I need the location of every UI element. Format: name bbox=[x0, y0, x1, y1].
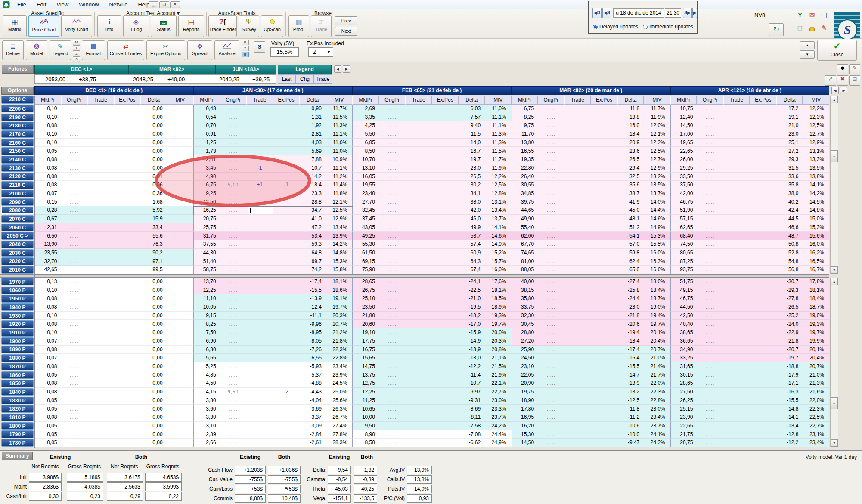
strike-label[interactable]: 2150 C bbox=[1, 147, 34, 155]
matrix-cell[interactable]: ..... bbox=[379, 346, 406, 354]
matrix-cell[interactable]: 34,90 bbox=[670, 346, 697, 354]
matrix-cell[interactable]: 18,6% bbox=[326, 286, 353, 295]
chart-tool-button[interactable]: ✖ bbox=[837, 75, 848, 86]
print-icon[interactable]: ⊟ bbox=[795, 24, 805, 32]
matrix-cell[interactable]: -3,37 bbox=[299, 413, 326, 422]
matrix-cell[interactable] bbox=[405, 232, 432, 241]
matrix-cell[interactable]: -11,2 bbox=[617, 413, 644, 422]
matrix-cell[interactable] bbox=[167, 121, 194, 130]
snapshot-button[interactable]: ☻ bbox=[837, 64, 848, 74]
matrix-cell[interactable]: 90,2 bbox=[140, 249, 167, 257]
matrix-cell[interactable]: 24,50 bbox=[512, 354, 538, 362]
matrix-cell[interactable] bbox=[87, 130, 114, 139]
matrix-cell[interactable]: 0,10 bbox=[34, 139, 61, 147]
strike-label[interactable]: 1890 P bbox=[1, 346, 34, 353]
matrix-cell[interactable] bbox=[87, 215, 114, 223]
spread-button[interactable]: ✥Spread bbox=[187, 40, 212, 60]
matrix-cell[interactable] bbox=[87, 379, 114, 388]
matrix-cell[interactable]: -8,05 bbox=[299, 337, 326, 346]
matrix-cell[interactable] bbox=[246, 303, 273, 312]
matrix-cell[interactable]: 13,70 bbox=[193, 278, 220, 286]
matrix-cell[interactable] bbox=[405, 240, 432, 249]
matrix-cell[interactable] bbox=[564, 113, 591, 122]
matrix-cell[interactable] bbox=[167, 113, 194, 122]
matrix-cell[interactable] bbox=[723, 294, 750, 303]
matrix-cell[interactable] bbox=[723, 147, 750, 156]
matrix-cell[interactable]: 22,8% bbox=[326, 354, 353, 362]
matrix-cell[interactable]: 0,07 bbox=[34, 354, 61, 362]
matrix-cell[interactable]: 25,75 bbox=[193, 223, 220, 232]
month-header-dec[interactable]: DEC <1> (19 de dic de ) bbox=[34, 86, 193, 95]
matrix-cell[interactable] bbox=[432, 215, 459, 223]
matrix-cell[interactable]: 10,7 bbox=[299, 164, 326, 173]
matrix-cell[interactable]: -9,96 bbox=[299, 320, 326, 329]
matrix-cell[interactable]: -22,5 bbox=[459, 286, 485, 295]
matrix-cell[interactable] bbox=[432, 439, 459, 447]
matrix-cell[interactable] bbox=[114, 121, 141, 130]
matrix-cell[interactable]: ..... bbox=[538, 396, 564, 405]
matrix-cell[interactable] bbox=[564, 121, 591, 130]
matrix-cell[interactable]: 39,75 bbox=[512, 198, 538, 207]
matrix-cell[interactable] bbox=[246, 232, 273, 241]
matrix-cell[interactable]: ..... bbox=[379, 422, 406, 430]
matrix-cell[interactable] bbox=[564, 346, 591, 354]
matrix-cell[interactable] bbox=[167, 439, 194, 447]
matrix-cell[interactable] bbox=[750, 346, 776, 354]
matrix-cell[interactable]: 16,95 bbox=[512, 413, 538, 422]
matrix-cell[interactable]: 1,68 bbox=[140, 198, 167, 207]
matrix-cell[interactable]: ..... bbox=[61, 206, 88, 215]
matrix-cell[interactable] bbox=[114, 422, 141, 430]
matrix-cell[interactable] bbox=[87, 346, 114, 354]
matrix-cell[interactable] bbox=[405, 294, 432, 303]
matrix-cell[interactable] bbox=[114, 371, 141, 380]
matrix-cell[interactable]: 20,1% bbox=[803, 346, 829, 354]
matrix-cell[interactable]: ..... bbox=[379, 266, 406, 274]
matrix-cell[interactable]: ..... bbox=[697, 164, 723, 173]
matrix-cell[interactable]: ..... bbox=[538, 303, 564, 312]
matrix-cell[interactable]: 20,8% bbox=[485, 346, 512, 354]
matrix-cell[interactable]: 0,08 bbox=[34, 173, 61, 181]
matrix-cell[interactable]: 18,90 bbox=[512, 396, 538, 405]
matrix-cell[interactable] bbox=[114, 173, 141, 181]
matrix-cell[interactable] bbox=[273, 215, 300, 223]
matrix-cell[interactable] bbox=[564, 371, 591, 380]
matrix-cell[interactable] bbox=[750, 396, 776, 405]
matrix-cell[interactable]: -20,7 bbox=[776, 346, 803, 354]
matrix-cell[interactable]: 0,00 bbox=[140, 405, 167, 414]
matrix-cell[interactable]: -17,9 bbox=[776, 371, 803, 380]
matrix-cell[interactable]: ..... bbox=[379, 249, 406, 257]
matrix-cell[interactable]: ..... bbox=[538, 215, 564, 223]
matrix-cell[interactable] bbox=[87, 155, 114, 164]
matrix-cell[interactable] bbox=[246, 130, 273, 139]
matrix-cell[interactable]: ..... bbox=[538, 439, 564, 447]
matrix-cell[interactable]: 22,65 bbox=[670, 147, 697, 156]
matrix-cell[interactable] bbox=[591, 346, 617, 354]
matrix-cell[interactable]: 25,0% bbox=[326, 388, 353, 396]
strike-label[interactable]: 2100 C bbox=[1, 190, 34, 198]
convert-trades-button[interactable]: ⇄Convert Trades bbox=[107, 40, 144, 60]
matrix-cell[interactable] bbox=[87, 312, 114, 320]
matrix-cell[interactable] bbox=[114, 430, 141, 439]
matrix-cell[interactable]: 93,75 bbox=[670, 266, 697, 274]
matrix-cell[interactable]: 69,15 bbox=[352, 257, 379, 266]
matrix-cell[interactable]: ..... bbox=[379, 130, 406, 139]
matrix-cell[interactable]: -13,9 bbox=[617, 379, 644, 388]
matrix-cell[interactable] bbox=[405, 215, 432, 223]
matrix-cell[interactable] bbox=[167, 223, 194, 232]
matrix-cell[interactable] bbox=[114, 346, 141, 354]
matrix-cell[interactable]: 23,4% bbox=[326, 362, 353, 371]
matrix-cell[interactable] bbox=[564, 294, 591, 303]
matrix-cell[interactable] bbox=[167, 181, 194, 189]
matrix-cell[interactable] bbox=[114, 278, 141, 286]
matrix-cell[interactable]: 11,25 bbox=[352, 396, 379, 405]
matrix-cell[interactable]: 0,08 bbox=[34, 388, 61, 396]
matrix-cell[interactable] bbox=[114, 113, 141, 122]
matrix-cell[interactable]: 23,55 bbox=[34, 249, 61, 257]
matrix-cell[interactable]: 59,8 bbox=[617, 249, 644, 257]
matrix-cell[interactable]: 18,0% bbox=[644, 278, 670, 286]
matrix-cell[interactable]: ..... bbox=[61, 266, 88, 274]
puts-scrollbar-thumb[interactable]: ≡ bbox=[831, 397, 838, 409]
matrix-cell[interactable] bbox=[246, 320, 273, 329]
matrix-cell[interactable]: ..... bbox=[220, 130, 247, 139]
matrix-cell[interactable]: ..... bbox=[697, 396, 723, 405]
